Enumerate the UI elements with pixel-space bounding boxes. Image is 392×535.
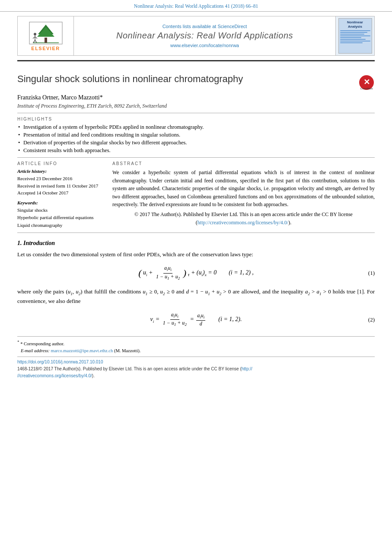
journal-title-center: Contents lists available at ScienceDirec… — [74, 16, 335, 55]
article-history-label: Article history: — [17, 169, 104, 174]
highlight-item: Consistent results with both approaches. — [17, 147, 375, 154]
svg-text:✕: ✕ — [363, 78, 370, 86]
bottom-bar: https://doi.org/10.1016/j.nonrwa.2017.10… — [17, 357, 375, 379]
eq1-u: ui — [143, 269, 147, 276]
svg-line-9 — [35, 40, 37, 43]
divider-1 — [17, 113, 375, 113]
highlight-item: Presentation of initial and feed conditi… — [17, 132, 375, 138]
email-link[interactable]: marco.mazzotti@ipe.mavt.ethz.ch — [51, 348, 113, 353]
top-citation-text: Nonlinear Analysis: Real World Applicati… — [134, 3, 258, 9]
cc-url-line: //creativecommons.org/licenses/by/4.0/). — [17, 373, 375, 379]
elsevier-tree-icon — [29, 21, 63, 45]
keywords-text: Singular shocks Hyperbolic partial diffe… — [17, 207, 104, 229]
doi-line: https://doi.org/10.1016/j.nonrwa.2017.10… — [17, 359, 375, 366]
equation-1: ( ui + aiui 1 − u1 + u2 ) τ + (ui)x = 0 … — [138, 265, 254, 281]
top-citation: Nonlinear Analysis: Real World Applicati… — [0, 0, 392, 12]
sciencedirect-link[interactable]: ScienceDirect — [217, 24, 247, 29]
cc-link[interactable]: http://creativecommons.org/licenses/by/4… — [198, 220, 288, 226]
equation-2-block: vi = aiui 1 − u1 + u2 = aiui d (i = 1, 2… — [17, 312, 375, 328]
two-col-section: ARTICLE INFO Article history: Received 2… — [17, 161, 375, 229]
highlight-item: Investigation of a system of hyperbolic … — [17, 124, 375, 131]
intro-para-2: where only the pairs (u1, u2) that fulfi… — [17, 287, 375, 306]
crossmark-icon: ✕ CrossMark — [358, 74, 375, 91]
cover-lines — [340, 30, 370, 44]
highlights-label: HIGHLIGHTS — [17, 117, 375, 121]
article-title: Singular shock solutions in nonlinear ch… — [17, 73, 354, 85]
cc-url-link[interactable]: //creativecommons.org/licenses/by/4.0/ — [17, 373, 92, 378]
article-info-label: ARTICLE INFO — [17, 161, 104, 166]
divider-2 — [17, 157, 375, 158]
highlights-list: Investigation of a system of hyperbolic … — [17, 124, 375, 154]
right-paren-icon: ) — [183, 268, 186, 278]
highlights-section: HIGHLIGHTS Investigation of a system of … — [17, 117, 375, 154]
svg-line-8 — [33, 40, 35, 43]
page: Nonlinear Analysis: Real World Applicati… — [0, 0, 392, 535]
footnote-email: E-mail address: marco.mazzotti@ipe.mavt.… — [17, 347, 375, 354]
cover-inner: Nonlinear Analysis — [338, 18, 372, 54]
elsevier-brand-text: ELSEVIER — [31, 46, 60, 51]
left-paren-icon: ( — [138, 268, 141, 278]
article-info-col: ARTICLE INFO Article history: Received 2… — [17, 161, 104, 229]
footnote-area: * * Corresponding author. E-mail address… — [17, 336, 375, 354]
affiliation: Institute of Process Engineering, ETH Zu… — [17, 103, 375, 109]
authors: Franziska Ortner, Marco Mazzotti* — [17, 94, 375, 101]
article-title-row: Singular shock solutions in nonlinear ch… — [17, 73, 375, 91]
eq2-frac2: aiui d — [196, 312, 205, 328]
elsevier-logo: ELSEVIER — [18, 16, 74, 55]
section-1-heading: 1. Introduction — [17, 240, 375, 247]
svg-point-4 — [34, 33, 36, 35]
introduction-section: 1. Introduction Let us consider the two … — [17, 240, 375, 328]
equation-2: vi = aiui 1 − u1 + u2 = aiui d (i = 1, 2… — [150, 312, 242, 328]
cover-title: Nonlinear Analysis — [347, 20, 363, 29]
contents-text: Contents lists available at — [163, 24, 217, 29]
contents-line: Contents lists available at ScienceDirec… — [163, 24, 247, 29]
abstract-section: ABSTRACT We consider a hyperbolic system… — [112, 161, 375, 229]
journal-cover-thumbnail: Nonlinear Analysis — [335, 16, 374, 55]
eq2-number: (2) — [368, 316, 375, 323]
keywords-label: Keywords: — [17, 200, 104, 205]
footnote-corresponding-author: * * Corresponding author. — [17, 339, 375, 347]
copyright-text: © 2017 The Author(s). Published by Elsev… — [112, 210, 375, 226]
cc-bottom-link[interactable]: http:// — [242, 366, 252, 371]
svg-rect-1 — [45, 38, 47, 43]
doi-link[interactable]: https://doi.org/10.1016/j.nonrwa.2017.10… — [17, 360, 103, 364]
svg-text:CrossMark: CrossMark — [360, 87, 373, 90]
eq2-frac1: aiui 1 − u1 + u2 — [162, 312, 188, 328]
paper-content: Singular shock solutions in nonlinear ch… — [17, 61, 375, 384]
issn-line: 1468-1218/© 2017 The Author(s). Publishe… — [17, 366, 375, 373]
eq1-number: (1) — [368, 270, 375, 277]
equation-1-block: ( ui + aiui 1 − u1 + u2 ) τ + (ui)x = 0 … — [17, 265, 375, 281]
divider-3 — [17, 232, 375, 233]
highlight-item: Derivation of properties of the singular… — [17, 140, 375, 146]
eq1-frac: aiui 1 − u1 + u2 — [155, 265, 181, 281]
journal-url[interactable]: www.elsevier.com/locate/nonrwa — [170, 43, 239, 48]
abstract-label: ABSTRACT — [112, 161, 375, 166]
intro-para-1: Let us consider the two dimensional syst… — [17, 250, 375, 259]
article-history-dates: Received 23 December 2016 Received in re… — [17, 175, 104, 197]
journal-header: ELSEVIER Contents lists available at Sci… — [17, 16, 375, 56]
journal-title: Nonlinear Analysis: Real World Applicati… — [116, 31, 293, 41]
abstract-text: We consider a hyperbolic system of parti… — [112, 169, 375, 226]
svg-marker-3 — [37, 27, 54, 37]
